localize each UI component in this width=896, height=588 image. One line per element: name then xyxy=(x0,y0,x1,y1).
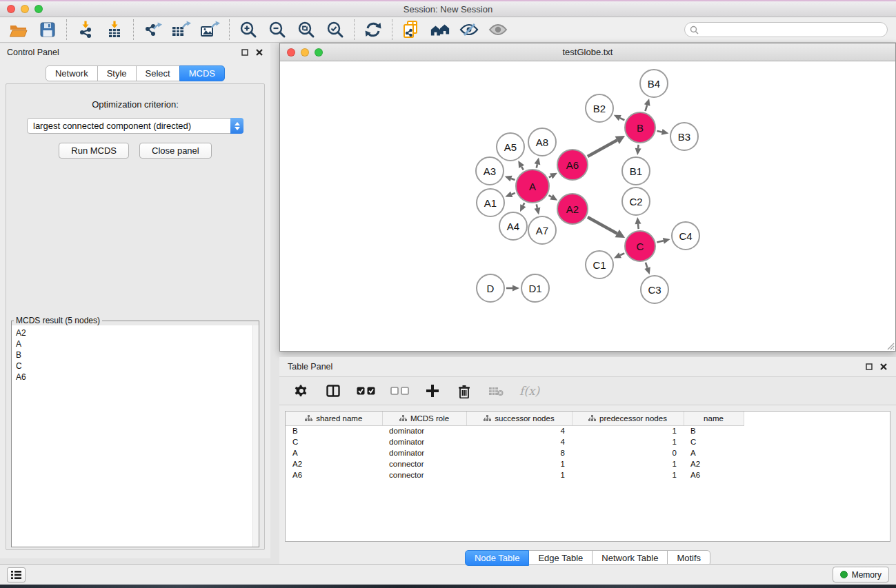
function-builder-button[interactable]: f(x) xyxy=(519,382,539,400)
table-cell[interactable]: B xyxy=(286,425,382,436)
graph-node-C2[interactable]: C2 xyxy=(621,187,650,216)
delete-column-button[interactable] xyxy=(456,382,472,400)
mcds-result-list[interactable]: A2ABCA6 xyxy=(12,325,259,547)
import-table-button[interactable] xyxy=(104,20,125,39)
homes-button[interactable] xyxy=(430,20,450,39)
graph-edge-A-A8[interactable] xyxy=(537,164,537,168)
graph-node-B3[interactable]: B3 xyxy=(670,122,699,151)
mcds-result-item[interactable]: C xyxy=(16,361,259,372)
graph-node-C3[interactable]: C3 xyxy=(640,275,669,304)
table-row[interactable]: Cdominator41C xyxy=(286,436,744,447)
mcds-result-item[interactable]: A xyxy=(16,338,259,349)
table-cell[interactable]: C xyxy=(684,436,744,447)
graph-edge-C-C1[interactable] xyxy=(620,253,624,255)
memory-button[interactable]: Memory xyxy=(833,567,889,582)
zoom-out-button[interactable] xyxy=(267,20,288,39)
table-row[interactable]: A2connector11A2 xyxy=(286,458,744,469)
graph-edge-C-C4[interactable] xyxy=(657,241,663,242)
table-settings-button[interactable] xyxy=(293,382,310,400)
create-column-button[interactable] xyxy=(424,382,441,400)
table-cell[interactable]: 0 xyxy=(572,447,684,458)
zoom-in-button[interactable] xyxy=(238,20,259,39)
import-network-button[interactable] xyxy=(75,20,96,39)
save-session-button[interactable] xyxy=(37,20,58,39)
export-network-button[interactable] xyxy=(142,20,163,39)
search-input[interactable] xyxy=(702,25,887,34)
resize-grip-icon[interactable] xyxy=(885,341,895,350)
graph-node-C[interactable]: C xyxy=(624,230,656,262)
graph-edge-B-B3[interactable] xyxy=(657,131,661,132)
graph-node-A3[interactable]: A3 xyxy=(475,156,504,185)
graph-node-A8[interactable]: A8 xyxy=(528,128,557,156)
mcds-result-item[interactable]: A2 xyxy=(16,327,259,338)
optimization-criterion-select[interactable]: largest connected component (directed) xyxy=(27,118,243,134)
graph-edge-A-A3[interactable] xyxy=(511,179,515,180)
zoom-selected-button[interactable] xyxy=(325,20,346,39)
task-history-button[interactable] xyxy=(7,567,26,582)
column-header-MCDS-role[interactable]: MCDS role xyxy=(382,412,466,425)
table-cell[interactable]: dominator xyxy=(382,425,466,436)
table-cell[interactable]: 8 xyxy=(466,447,572,458)
table-cell[interactable]: A6 xyxy=(286,469,382,480)
table-cell[interactable]: 1 xyxy=(572,425,684,436)
table-cell[interactable]: 4 xyxy=(466,436,572,447)
table-cell[interactable]: A2 xyxy=(286,458,382,469)
graph-edge-B-B2[interactable] xyxy=(620,118,625,120)
graph-edge-A-A2[interactable] xyxy=(548,195,551,196)
table-cell[interactable]: B xyxy=(684,425,744,436)
table-cell[interactable]: C xyxy=(286,436,382,447)
close-panel-button[interactable]: Close panel xyxy=(139,143,212,159)
table-cell[interactable]: A6 xyxy=(684,469,744,480)
delete-table-button[interactable] xyxy=(488,382,504,400)
mcds-result-item[interactable]: B xyxy=(16,349,259,361)
graph-edge-A-A6[interactable] xyxy=(549,176,551,177)
column-header-predecessor-nodes[interactable]: predecessor nodes xyxy=(572,412,684,425)
float-panel-icon[interactable] xyxy=(241,48,249,57)
table-cell[interactable]: dominator xyxy=(382,436,466,447)
table-row[interactable]: Adominator80A xyxy=(286,447,744,458)
graph-node-B[interactable]: B xyxy=(624,112,656,143)
tab-network[interactable]: Network xyxy=(46,65,98,81)
graph-node-C1[interactable]: C1 xyxy=(585,250,614,279)
tab-select[interactable]: Select xyxy=(136,65,180,81)
graph-node-A5[interactable]: A5 xyxy=(496,132,525,161)
graph-node-D[interactable]: D xyxy=(476,274,505,303)
hide-graphics-details-button[interactable] xyxy=(459,20,479,39)
table-cell[interactable]: 1 xyxy=(466,469,572,480)
graph-edge-A-A5[interactable] xyxy=(521,167,524,170)
table-row[interactable]: Bdominator41B xyxy=(286,425,744,436)
deselect-all-columns-button[interactable] xyxy=(390,382,409,400)
select-all-columns-button[interactable] xyxy=(357,382,375,400)
node-table[interactable]: shared nameMCDS rolesuccessor nodesprede… xyxy=(286,412,744,480)
graph-edge-A-A4[interactable] xyxy=(523,203,524,205)
graph-edge-A-A7[interactable] xyxy=(537,204,537,207)
search-field[interactable] xyxy=(684,22,888,37)
graph-node-B4[interactable]: B4 xyxy=(639,69,668,98)
mcds-result-item[interactable]: A6 xyxy=(16,372,259,383)
graph-node-A[interactable]: A xyxy=(515,169,550,203)
zoom-fit-button[interactable] xyxy=(296,20,317,39)
refresh-button[interactable] xyxy=(363,20,384,39)
graph-edge-A6-B[interactable] xyxy=(588,140,617,156)
graph-node-A2[interactable]: A2 xyxy=(557,193,588,225)
export-image-button[interactable] xyxy=(200,20,221,39)
close-panel-icon[interactable] xyxy=(255,48,263,57)
column-header-name[interactable]: name xyxy=(684,412,744,425)
network-window-titlebar[interactable]: testGlobe.txt xyxy=(280,43,895,61)
graph-node-D1[interactable]: D1 xyxy=(521,274,550,303)
table-cell[interactable]: connector xyxy=(382,458,466,469)
table-cell[interactable]: 4 xyxy=(466,425,572,436)
close-table-panel-icon[interactable] xyxy=(879,363,888,371)
graph-node-A6[interactable]: A6 xyxy=(557,149,588,181)
show-column-panel-button[interactable] xyxy=(325,382,341,400)
table-cell[interactable]: 1 xyxy=(572,469,684,480)
column-header-successor-nodes[interactable]: successor nodes xyxy=(466,412,572,425)
graph-node-C4[interactable]: C4 xyxy=(671,221,700,250)
clone-network-button[interactable] xyxy=(401,20,421,39)
run-mcds-button[interactable]: Run MCDS xyxy=(59,143,129,159)
network-canvas[interactable]: B4B2BB3A5A8A6A3B1AA1C2A2A4A7C4CC1DD1C3 xyxy=(280,61,895,351)
graph-edge-C-C3[interactable] xyxy=(646,263,648,268)
table-cell[interactable]: A xyxy=(286,447,382,458)
graph-node-B1[interactable]: B1 xyxy=(621,156,650,185)
graph-edge-A2-C[interactable] xyxy=(588,217,617,234)
